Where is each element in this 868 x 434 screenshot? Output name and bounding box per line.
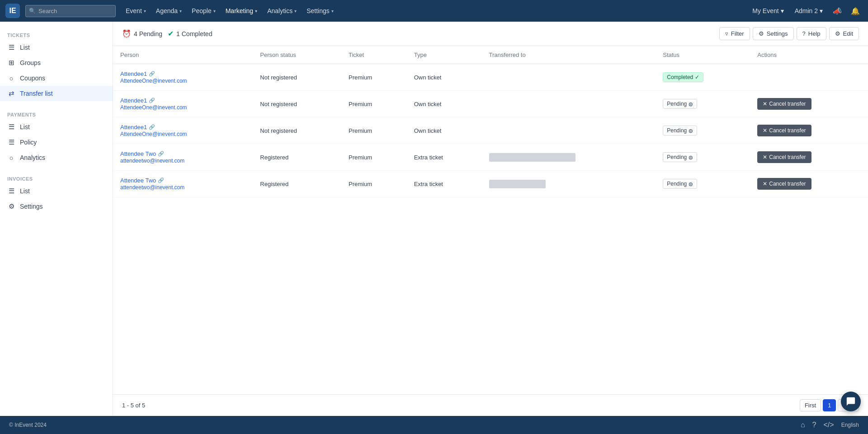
search-input[interactable] [38,8,111,14]
cell-transferred-to: ██████████@inevent.com [482,144,656,171]
external-link-icon: 🔗 [158,177,164,183]
person-email-link[interactable]: attendeetwo@inevent.com [120,158,184,164]
language-selector[interactable]: English [841,422,859,428]
analytics-icon: ○ [7,154,15,162]
sidebar-item-list-invoices[interactable]: ☰ List [0,183,113,199]
cell-ticket: Premium [341,144,407,171]
cell-type: Extra ticket [407,144,482,171]
sidebar-item-groups[interactable]: ⊞ Groups [0,55,113,70]
sidebar-item-policy[interactable]: ☰ Policy [0,135,113,150]
sidebar-item-list-tickets[interactable]: ☰ List [0,40,113,55]
list-icon: ☰ [7,123,15,131]
nav-item-settings[interactable]: Settings ▾ [302,5,338,17]
cancel-transfer-button[interactable]: ✕ Cancel transfer [757,178,811,190]
notifications-megaphone-icon[interactable]: 📣 [830,4,844,18]
status-badge-completed: Completed ✓ [663,72,703,82]
clock-icon: ◍ [689,128,693,134]
status-badge-pending: Pending ◍ [663,152,697,162]
my-event-button[interactable]: My Event ▾ [749,5,787,16]
pagination-page-1-button[interactable]: 1 [823,399,836,411]
chevron-down-icon: ▾ [820,7,823,14]
cell-actions: ✕ Cancel transfer [750,171,868,197]
clock-icon: ◍ [689,154,693,160]
pagination-bar: 1 - 5 of 5 First 1 Last [113,394,868,416]
filter-button[interactable]: ▿ Filter [719,27,750,40]
sidebar: TICKETS ☰ List ⊞ Groups ○ Coupons ⇄ Tran… [0,22,113,416]
edit-button[interactable]: ⚙ Edit [829,27,859,40]
app-logo[interactable]: IE [5,4,20,18]
nav-item-analytics[interactable]: Analytics ▾ [263,5,301,17]
admin-button[interactable]: Admin 2 ▾ [791,5,826,16]
table-row: Attendee1 🔗 AttendeeOne@inevent.com Not … [113,91,868,117]
groups-icon: ⊞ [7,59,15,67]
nav-item-people[interactable]: People ▾ [187,5,220,17]
help-icon: ? [802,30,806,37]
cell-transferred-to [482,117,656,144]
sidebar-item-transfer-list[interactable]: ⇄ Transfer list [0,86,113,101]
cell-person-status: Registered [253,144,341,171]
check-circle-icon: ✔ [168,29,174,38]
pagination-info: 1 - 5 of 5 [122,402,145,409]
pending-badge: ⏰ 4 Pending [122,29,162,38]
x-icon: ✕ [763,127,767,134]
cancel-transfer-button[interactable]: ✕ Cancel transfer [757,151,811,163]
tickets-section-title: TICKETS [0,29,113,40]
status-badge-pending: Pending ◍ [663,126,697,135]
x-icon: ✕ [763,101,767,107]
top-navigation: IE 🔍 Event ▾ Agenda ▾ People ▾ Marketing… [0,0,868,22]
status-badge-pending: Pending ◍ [663,179,697,189]
person-name-link[interactable]: Attendee1 🔗 [120,97,245,104]
question-icon[interactable]: ? [812,421,816,429]
person-name-link[interactable]: Attendee1 🔗 [120,124,245,131]
person-name-link[interactable]: Attendee1 🔗 [120,70,245,77]
invoices-section-title: INVOICES [0,173,113,183]
person-name-link[interactable]: Attendee Two 🔗 [120,177,245,184]
home-icon[interactable]: ⌂ [801,421,805,429]
cell-person: Attendee1 🔗 AttendeeOne@inevent.com [113,64,253,91]
person-email-link[interactable]: attendeetwo@inevent.com [120,184,184,191]
cell-status: Pending ◍ [656,171,750,197]
col-header-person: Person [113,46,253,64]
sidebar-item-analytics-payments[interactable]: ○ Analytics [0,150,113,165]
code-icon[interactable]: </> [824,421,834,429]
cancel-transfer-button[interactable]: ✕ Cancel transfer [757,125,811,136]
help-button[interactable]: ? Help [797,27,826,40]
cell-type: Own ticket [407,91,482,117]
cell-status: Pending ◍ [656,117,750,144]
person-name-link[interactable]: Attendee Two 🔗 [120,150,245,157]
person-email-link[interactable]: AttendeeOne@inevent.com [120,104,187,111]
cell-actions: ✕ Cancel transfer [750,144,868,171]
person-email-link[interactable]: AttendeeOne@inevent.com [120,131,187,137]
redacted-email: ████@inevent.ca [489,180,546,188]
chevron-down-icon: ▾ [179,9,182,14]
cell-person: Attendee Two 🔗 attendeetwo@inevent.com [113,144,253,171]
cell-type: Own ticket [407,64,482,91]
cell-type: Own ticket [407,117,482,144]
col-header-transferred-to: Transferred to [482,46,656,64]
payments-section-title: PAYMENTS [0,108,113,119]
col-header-type: Type [407,46,482,64]
person-email-link[interactable]: AttendeeOne@inevent.com [120,78,187,84]
nav-item-marketing[interactable]: Marketing ▾ [221,5,262,17]
cell-ticket: Premium [341,91,407,117]
chevron-down-icon: ▾ [213,9,216,14]
pagination-first-button[interactable]: First [800,399,821,411]
external-link-icon: 🔗 [149,98,155,103]
cell-person-status: Registered [253,171,341,197]
sidebar-item-list-payments[interactable]: ☰ List [0,119,113,135]
sidebar-item-coupons[interactable]: ○ Coupons [0,70,113,86]
redacted-email: ██████████@inevent.com [489,153,576,162]
cell-ticket: Premium [341,171,407,197]
clock-icon: ◍ [689,101,693,107]
nav-item-event[interactable]: Event ▾ [121,5,151,17]
notifications-bell-icon[interactable]: 🔔 [848,4,863,18]
settings-button[interactable]: ⚙ Settings [753,27,794,40]
nav-item-agenda[interactable]: Agenda ▾ [151,5,186,17]
table-row: Attendee Two 🔗 attendeetwo@inevent.com R… [113,171,868,197]
chevron-down-icon: ▾ [331,9,334,14]
cancel-transfer-button[interactable]: ✕ Cancel transfer [757,98,811,110]
chevron-down-icon: ▾ [294,9,297,14]
sidebar-item-settings-invoices[interactable]: ⚙ Settings [0,199,113,214]
chat-bubble-button[interactable] [841,392,861,411]
toolbar: ⏰ 4 Pending ✔ 1 Completed ▿ Filter ⚙ Set… [113,22,868,46]
